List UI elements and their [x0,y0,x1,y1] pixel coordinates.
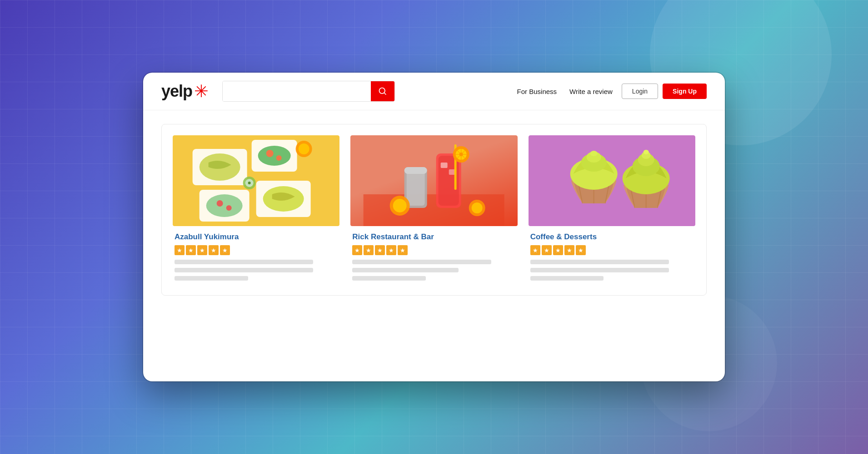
star-2: ★ [364,245,374,255]
star-4: ★ [386,245,396,255]
card-info-1: Azabull Yukimura ★ ★ ★ ★ ★ [173,226,339,284]
restaurant-card-2[interactable]: Rick Restaurant & Bar ★ ★ ★ ★ ★ [350,135,517,284]
text-line [352,260,491,264]
star-1: ★ [352,245,362,255]
write-review-link[interactable]: Write a review [569,88,613,95]
card-image-3 [529,135,695,226]
text-line [175,260,313,264]
svg-rect-21 [449,169,455,175]
browser-window: yelp ✳ For Business Write a review Login… [143,73,725,381]
svg-point-9 [226,205,232,211]
star-4: ★ [564,245,574,255]
svg-point-5 [276,155,282,161]
login-button[interactable]: Login [622,84,658,99]
card-name-2[interactable]: Rick Restaurant & Bar [352,232,515,242]
card-info-2: Rick Restaurant & Bar ★ ★ ★ ★ ★ [350,226,517,284]
text-line [530,268,669,272]
svg-point-4 [266,150,274,157]
card-name-1[interactable]: Azabull Yukimura [175,232,338,242]
svg-rect-20 [441,163,448,168]
svg-point-7 [206,194,243,217]
card-info-3: Coffee & Desserts ★ ★ ★ ★ ★ [529,226,695,284]
star-3: ★ [197,245,207,255]
restaurant-card-3[interactable]: Coffee & Desserts ★ ★ ★ ★ ★ [529,135,695,284]
search-button[interactable] [371,81,394,101]
signup-button[interactable]: Sign Up [663,84,707,99]
text-line [352,268,459,272]
text-line [530,260,669,264]
svg-point-43 [590,151,597,156]
card-stars-2: ★ ★ ★ ★ ★ [352,245,515,255]
star-2: ★ [186,245,196,255]
star-3: ★ [375,245,385,255]
svg-point-3 [258,146,291,166]
svg-point-34 [393,199,407,212]
yelp-logo[interactable]: yelp ✳ [161,82,209,101]
text-line [175,268,313,272]
logo-burst-icon: ✳ [194,83,209,100]
star-4: ★ [209,245,219,255]
svg-point-13 [299,143,309,154]
card-text-lines-2 [352,260,515,281]
star-3: ★ [553,245,563,255]
restaurant-card-1[interactable]: Azabull Yukimura ★ ★ ★ ★ ★ [173,135,339,284]
star-5: ★ [220,245,230,255]
card-image-2 [350,135,517,226]
svg-point-51 [643,150,649,154]
svg-rect-31 [407,169,425,206]
search-bar [222,81,395,102]
text-line [530,276,604,281]
card-stars-1: ★ ★ ★ ★ ★ [175,245,338,255]
star-5: ★ [576,245,586,255]
nav-links: For Business Write a review [517,88,613,95]
auth-buttons: Login Sign Up [622,84,707,99]
star-2: ★ [542,245,552,255]
card-stars-3: ★ ★ ★ ★ ★ [530,245,693,255]
star-5: ★ [398,245,408,255]
svg-rect-32 [404,167,427,174]
search-icon [378,87,387,96]
text-line [352,276,426,281]
text-line [175,276,248,281]
card-name-3[interactable]: Coffee & Desserts [530,232,693,242]
card-text-lines-1 [175,260,338,281]
cards-grid: Azabull Yukimura ★ ★ ★ ★ ★ [161,124,707,296]
svg-point-8 [217,200,223,207]
main-content: Azabull Yukimura ★ ★ ★ ★ ★ [143,110,725,314]
for-business-link[interactable]: For Business [517,88,557,95]
header: yelp ✳ For Business Write a review Login… [143,73,725,110]
logo-wordmark: yelp [161,82,192,101]
search-input[interactable] [223,81,371,101]
svg-point-36 [472,202,483,213]
card-image-1 [173,135,339,226]
svg-point-16 [248,182,251,184]
star-1: ★ [530,245,540,255]
card-text-lines-3 [530,260,693,281]
star-1: ★ [175,245,185,255]
